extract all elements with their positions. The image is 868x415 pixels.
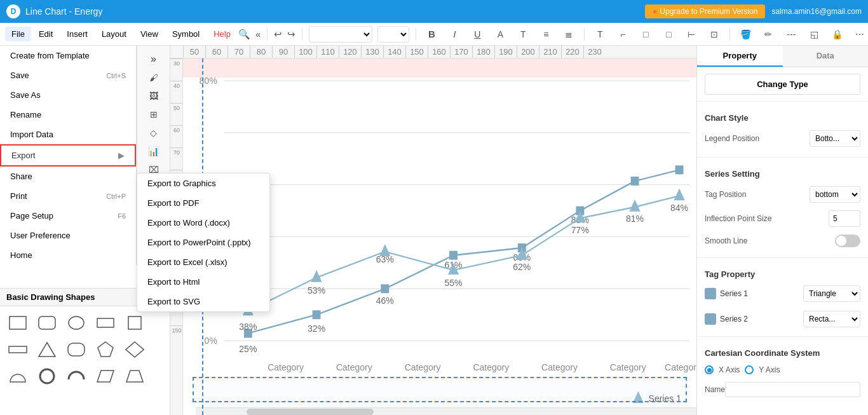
file-menu: Create from Template Save Ctrl+S Save As… — [0, 46, 137, 265]
shape-button[interactable]: □ — [637, 25, 654, 43]
shape-half-circle[interactable] — [5, 365, 31, 388]
x-axis-radio[interactable] — [705, 365, 714, 374]
align-left-button[interactable]: ≡ — [537, 25, 555, 43]
series1-shape-select[interactable]: Triangle Circle Square — [803, 285, 860, 302]
series2-row: Series 2 Recta... Circle Triangle — [705, 308, 860, 330]
shape-rect[interactable] — [5, 311, 31, 334]
shape-circle[interactable] — [64, 311, 89, 334]
sidebar-grid-icon[interactable]: ⊞ — [144, 106, 164, 122]
series2-shape-select[interactable]: Recta... Circle Triangle — [803, 311, 860, 327]
shape2-button[interactable]: ◱ — [805, 25, 823, 43]
align-right-button[interactable]: ≣ — [560, 25, 578, 43]
shape-rect3[interactable] — [122, 311, 147, 334]
menu-export[interactable]: Export ▶ — [0, 144, 136, 167]
shape-rounded-rect2[interactable] — [64, 338, 89, 361]
redo-icon[interactable]: ↪ — [287, 29, 295, 40]
shape-pentagon[interactable] — [93, 338, 118, 361]
menu-import[interactable]: Import Data — [0, 125, 136, 144]
legend-position-select[interactable]: Botto... Top Left Right — [810, 130, 860, 147]
shape-rounded-rect[interactable] — [34, 311, 60, 334]
menu-userpref[interactable]: User Preference — [0, 226, 136, 245]
h-scrollbar[interactable] — [196, 407, 696, 415]
menu-file[interactable]: File — [5, 27, 31, 41]
h-scrollbar-thumb[interactable] — [247, 409, 374, 415]
name-input[interactable] — [725, 382, 860, 397]
shape-half-ring[interactable] — [64, 365, 89, 388]
crop-button[interactable]: ⊡ — [705, 25, 723, 43]
menu-home[interactable]: Home — [0, 245, 136, 265]
series1-color — [705, 288, 716, 299]
svg-text:Category: Category — [665, 362, 696, 372]
ruler-220: 220 — [561, 46, 583, 58]
tab-data[interactable]: Data — [783, 46, 869, 67]
smooth-line-toggle[interactable] — [835, 235, 860, 247]
menu-view[interactable]: View — [134, 27, 165, 41]
change-type-button[interactable]: Change Type — [705, 74, 860, 95]
text-button[interactable]: T — [514, 25, 532, 43]
menu-layout[interactable]: Layout — [95, 27, 133, 41]
y-axis-radio[interactable] — [745, 365, 754, 374]
menu-print[interactable]: Print Ctrl+P — [0, 186, 136, 206]
align-button[interactable]: ⊢ — [682, 25, 700, 43]
shape-ring[interactable] — [34, 365, 60, 388]
fill-button[interactable]: 🪣 — [736, 25, 754, 43]
axis-row: X Axis Y Axis — [705, 362, 860, 378]
toolbar-collapse-icon[interactable]: « — [255, 29, 261, 39]
font-family-select[interactable] — [309, 26, 372, 43]
ruler-230: 230 — [583, 46, 606, 58]
ruler-90: 90 — [272, 46, 294, 58]
text-box-button[interactable]: T — [591, 25, 609, 43]
menu-symbol[interactable]: Symbol — [166, 27, 206, 41]
upgrade-button[interactable]: Upgrade to Premium Version — [645, 4, 765, 18]
shape-triangle[interactable] — [34, 338, 60, 361]
menu-share[interactable]: Share — [0, 167, 136, 186]
tag-position-select[interactable]: bottom top inside — [810, 186, 860, 203]
tab-property[interactable]: Property — [697, 46, 783, 67]
inflection-input[interactable] — [829, 210, 860, 227]
export-word[interactable]: Export to Word (.docx) — [137, 213, 269, 233]
menu-edit[interactable]: Edit — [32, 27, 59, 41]
chart-style-label: Chart Style — [705, 113, 860, 123]
menu-insert[interactable]: Insert — [60, 27, 94, 41]
toolbar-search-icon[interactable]: 🔍 — [238, 29, 250, 40]
font-color-button[interactable]: A — [491, 25, 509, 43]
menu-help[interactable]: Help — [207, 27, 237, 41]
export-html[interactable]: Export to Html — [137, 272, 269, 292]
export-pptx[interactable]: Export to PowerPoint (.pptx) — [137, 233, 269, 252]
shape-diamond[interactable] — [122, 338, 147, 361]
sidebar-chart-icon[interactable]: 📊 — [144, 143, 164, 159]
more-button[interactable]: ⋯ — [851, 25, 868, 43]
export-excel[interactable]: Export to Excel (.xlsx) — [137, 252, 269, 272]
menu-pagesetup[interactable]: Page Setup F6 — [0, 206, 136, 226]
sidebar-image-icon[interactable]: 🖼 — [144, 88, 164, 104]
ruler-120: 120 — [339, 46, 361, 58]
font-size-select[interactable] — [377, 26, 409, 43]
sidebar-diamond-icon[interactable]: ◇ — [144, 125, 164, 140]
left-panel: Create from Template Save Ctrl+S Save As… — [0, 46, 170, 415]
italic-button[interactable]: I — [445, 25, 463, 43]
export-graphics[interactable]: Export to Graphics — [137, 173, 269, 193]
menu-create-template[interactable]: Create from Template — [0, 46, 136, 65]
menu-saveas[interactable]: Save As — [0, 85, 136, 105]
callout-button[interactable]: □ — [660, 25, 677, 43]
menu-rename[interactable]: Rename — [0, 105, 136, 125]
bold-button[interactable]: B — [423, 25, 440, 43]
sidebar-paint-icon[interactable]: 🖌 — [144, 69, 164, 85]
export-svg[interactable]: Export to SVG — [137, 292, 269, 311]
sidebar-arrow-icon[interactable]: » — [144, 51, 164, 67]
export-pdf[interactable]: Export to PDF — [137, 193, 269, 213]
menu-save[interactable]: Save Ctrl+S — [0, 65, 136, 85]
shape-trapezoid[interactable] — [122, 365, 147, 388]
underline-button[interactable]: U — [468, 25, 486, 43]
lock-button[interactable]: 🔒 — [828, 25, 846, 43]
line-button[interactable]: ✏ — [759, 25, 777, 43]
undo-icon[interactable]: ↩ — [274, 29, 282, 40]
shape-rect2[interactable] — [93, 311, 118, 334]
connector-button[interactable]: ⌐ — [614, 25, 632, 43]
shape-parallelogram[interactable] — [93, 365, 118, 388]
shapes-grid — [0, 306, 170, 393]
ruler-70: 70 — [227, 46, 250, 58]
shape-wide-rect[interactable] — [5, 338, 31, 361]
ruler-160: 160 — [428, 46, 450, 58]
dashed-button[interactable]: --- — [782, 25, 800, 43]
